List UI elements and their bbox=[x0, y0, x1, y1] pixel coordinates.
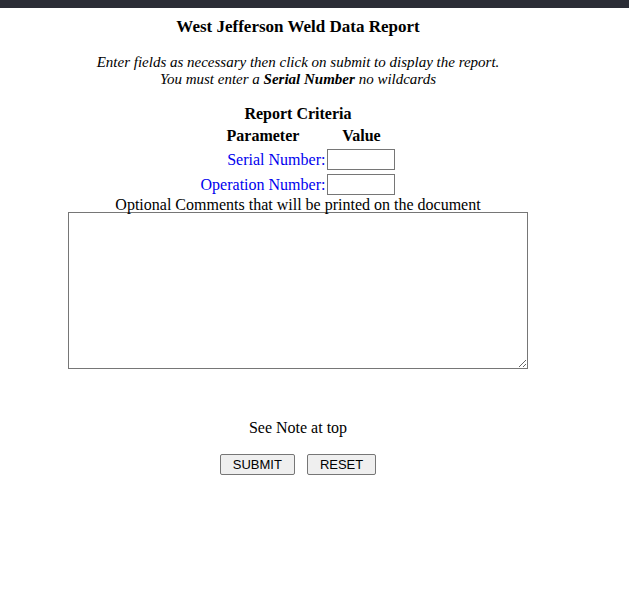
comments-textarea[interactable] bbox=[68, 212, 528, 369]
table-row: Operation Number: bbox=[201, 173, 396, 196]
operation-number-label[interactable]: Operation Number: bbox=[201, 176, 326, 193]
table-row: Serial Number: bbox=[201, 148, 396, 171]
operation-number-input[interactable] bbox=[327, 174, 395, 195]
criteria-table: Report Criteria Parameter Value Serial N… bbox=[199, 102, 398, 198]
serial-number-input[interactable] bbox=[327, 149, 395, 170]
instructions: Enter fields as necessary then click on … bbox=[0, 54, 596, 87]
instructions-line2: You must enter a Serial Number no wildca… bbox=[0, 71, 596, 88]
serial-number-label[interactable]: Serial Number: bbox=[227, 151, 325, 168]
report-form: West Jefferson Weld Data Report Enter fi… bbox=[0, 17, 596, 475]
column-header-parameter: Parameter bbox=[201, 126, 326, 146]
column-header-value: Value bbox=[327, 126, 395, 146]
page-title: West Jefferson Weld Data Report bbox=[0, 17, 596, 37]
instructions-line1: Enter fields as necessary then click on … bbox=[0, 54, 596, 71]
see-note-text: See Note at top bbox=[0, 418, 596, 437]
button-row: SUBMIT RESET bbox=[0, 454, 596, 475]
top-dark-bar bbox=[0, 0, 629, 8]
comments-label: Optional Comments that will be printed o… bbox=[0, 198, 596, 212]
reset-button[interactable]: RESET bbox=[307, 454, 376, 475]
submit-button[interactable]: SUBMIT bbox=[220, 454, 295, 475]
serial-number-emphasis: Serial Number bbox=[264, 71, 355, 87]
criteria-heading: Report Criteria bbox=[201, 104, 396, 124]
